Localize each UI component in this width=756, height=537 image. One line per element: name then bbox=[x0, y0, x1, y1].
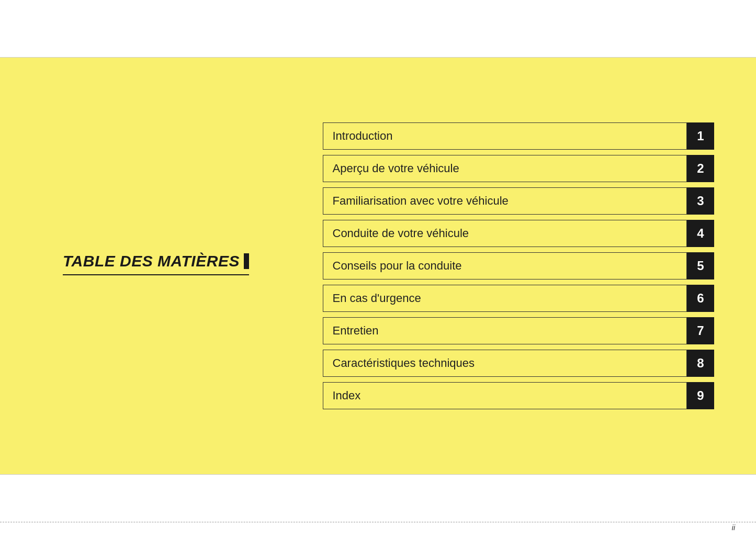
main-area: TABLE DES MATIÈRES Introduction1Aperçu d… bbox=[0, 58, 756, 474]
toc-row[interactable]: Introduction1 bbox=[323, 122, 715, 150]
toc-label: Familiarisation avec votre véhicule bbox=[323, 187, 687, 215]
toc-title: TABLE DES MATIÈRES bbox=[63, 252, 249, 280]
toc-label: En cas d'urgence bbox=[323, 285, 687, 312]
toc-label: Introduction bbox=[323, 122, 687, 150]
toc-number: 8 bbox=[687, 350, 714, 377]
toc-label: Entretien bbox=[323, 317, 687, 344]
toc-row[interactable]: Entretien7 bbox=[323, 317, 715, 344]
toc-row[interactable]: Conseils pour la conduite5 bbox=[323, 252, 715, 279]
toc-row[interactable]: En cas d'urgence6 bbox=[323, 285, 715, 312]
toc-row[interactable]: Caractéristiques techniques8 bbox=[323, 350, 715, 377]
toc-number: 1 bbox=[687, 122, 714, 150]
toc-label: Aperçu de votre véhicule bbox=[323, 155, 687, 182]
page-container: TABLE DES MATIÈRES Introduction1Aperçu d… bbox=[0, 0, 756, 537]
toc-list: Introduction1Aperçu de votre véhicule2Fa… bbox=[323, 122, 725, 409]
toc-number: 2 bbox=[687, 155, 714, 182]
toc-label: Conseils pour la conduite bbox=[323, 252, 687, 279]
toc-row[interactable]: Aperçu de votre véhicule2 bbox=[323, 155, 715, 182]
toc-label: Conduite de votre véhicule bbox=[323, 220, 687, 247]
toc-row[interactable]: Conduite de votre véhicule4 bbox=[323, 220, 715, 247]
toc-label: Caractéristiques techniques bbox=[323, 350, 687, 377]
left-panel: TABLE DES MATIÈRES bbox=[31, 252, 323, 280]
toc-row[interactable]: Index9 bbox=[323, 382, 715, 409]
bottom-strip: ii bbox=[0, 474, 756, 537]
top-strip bbox=[0, 0, 756, 58]
toc-number: 6 bbox=[687, 285, 714, 312]
toc-number: 5 bbox=[687, 252, 714, 279]
toc-label: Index bbox=[323, 382, 687, 409]
toc-title-text: TABLE DES MATIÈRES bbox=[63, 252, 240, 270]
toc-number: 7 bbox=[687, 317, 714, 344]
toc-number: 9 bbox=[687, 382, 714, 409]
toc-number: 3 bbox=[687, 187, 714, 215]
title-marker bbox=[244, 253, 249, 269]
toc-number: 4 bbox=[687, 220, 714, 247]
page-number: ii bbox=[732, 523, 735, 532]
dashed-line bbox=[0, 522, 756, 522]
toc-row[interactable]: Familiarisation avec votre véhicule3 bbox=[323, 187, 715, 215]
